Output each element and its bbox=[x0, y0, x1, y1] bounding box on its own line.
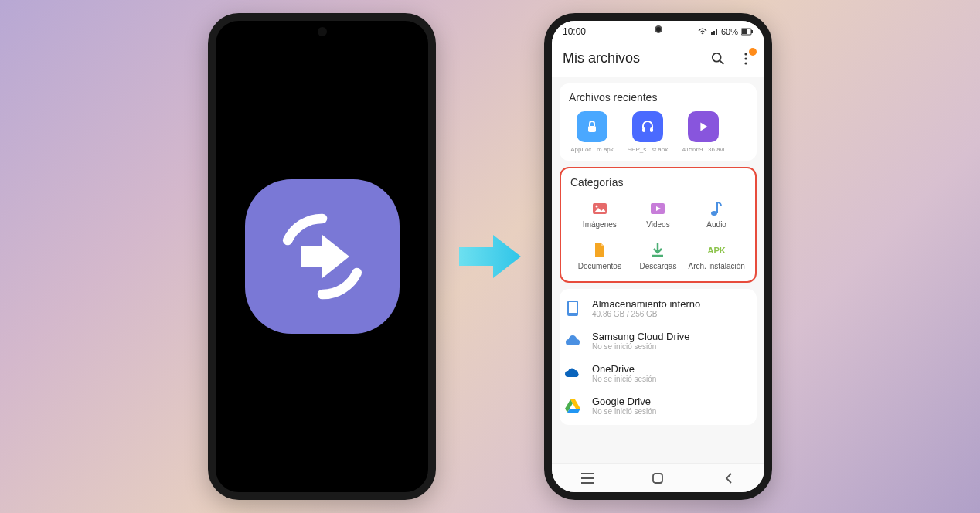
phone-storage-icon bbox=[566, 300, 580, 317]
navigation-bar bbox=[552, 463, 764, 492]
back-icon bbox=[724, 472, 733, 484]
transfer-arrow-icon bbox=[268, 202, 376, 311]
samsung-cloud-icon bbox=[564, 335, 581, 347]
phone-right-mockup: 10:00 60% Mis archivos bbox=[544, 13, 772, 500]
search-button[interactable] bbox=[710, 51, 726, 66]
svg-rect-12 bbox=[642, 127, 645, 132]
svg-rect-11 bbox=[588, 126, 596, 132]
image-icon bbox=[592, 202, 607, 215]
app-bar: Mis archivos bbox=[552, 42, 764, 77]
storage-onedrive[interactable]: OneDrive No se inició sesión bbox=[560, 357, 757, 389]
recent-title: Archivos recientes bbox=[569, 91, 747, 104]
storage-subtitle: No se inició sesión bbox=[592, 375, 656, 383]
svg-rect-0 bbox=[301, 246, 325, 267]
play-icon bbox=[696, 120, 710, 134]
storage-internal[interactable]: Almacenamiento interno 40.86 GB / 256 GB bbox=[560, 292, 757, 324]
svg-line-7 bbox=[720, 60, 724, 64]
storage-subtitle: 40.86 GB / 256 GB bbox=[592, 310, 700, 318]
category-label: Videos bbox=[646, 220, 669, 229]
category-label: Arch. instalación bbox=[688, 262, 744, 270]
svg-rect-5 bbox=[751, 30, 753, 33]
category-label: Documentos bbox=[578, 262, 621, 270]
category-label: Imágenes bbox=[583, 220, 617, 229]
wifi-icon bbox=[698, 28, 707, 36]
svg-rect-31 bbox=[653, 474, 662, 483]
svg-marker-27 bbox=[567, 409, 580, 413]
recent-file-label: SEP_s...st.apk bbox=[624, 146, 671, 153]
svg-point-16 bbox=[595, 206, 597, 208]
notification-badge bbox=[749, 48, 757, 56]
apk-text-icon: APK bbox=[708, 246, 726, 255]
svg-point-10 bbox=[744, 62, 747, 64]
nav-back-button[interactable] bbox=[713, 471, 744, 486]
onedrive-icon bbox=[564, 368, 581, 379]
svg-rect-20 bbox=[716, 202, 718, 213]
svg-marker-2 bbox=[459, 235, 521, 278]
category-videos[interactable]: Videos bbox=[629, 196, 688, 232]
svg-point-8 bbox=[744, 53, 747, 55]
storage-title: OneDrive bbox=[592, 363, 656, 375]
recent-apps-icon bbox=[580, 473, 594, 484]
svg-point-19 bbox=[711, 211, 717, 216]
category-images[interactable]: Imágenes bbox=[570, 196, 629, 232]
category-apk[interactable]: APK Arch. instalación bbox=[687, 238, 746, 273]
signal-icon bbox=[710, 28, 718, 36]
recent-file-item[interactable]: AppLoc...m.apk bbox=[569, 111, 615, 153]
categories-section: Categorías Imágenes Videos Audio bbox=[560, 167, 757, 283]
battery-text: 60% bbox=[721, 27, 738, 36]
camera-notch bbox=[318, 27, 327, 36]
svg-marker-14 bbox=[700, 123, 707, 131]
google-drive-icon bbox=[565, 399, 580, 413]
status-indicators: 60% bbox=[698, 27, 754, 36]
camera-notch bbox=[655, 25, 662, 33]
nav-recent-button[interactable] bbox=[572, 471, 603, 486]
lock-icon bbox=[584, 119, 600, 134]
svg-rect-13 bbox=[650, 127, 653, 132]
category-audio[interactable]: Audio bbox=[687, 196, 746, 232]
main-content: Archivos recientes AppLoc...m.apk SEP_s.… bbox=[552, 77, 764, 463]
storage-subtitle: No se inició sesión bbox=[592, 342, 689, 351]
category-label: Audio bbox=[706, 220, 726, 229]
svg-point-6 bbox=[713, 53, 721, 61]
svg-rect-4 bbox=[742, 29, 747, 34]
storage-title: Almacenamiento interno bbox=[592, 298, 700, 310]
headphones-icon bbox=[640, 119, 655, 134]
search-icon bbox=[711, 52, 725, 66]
svg-point-9 bbox=[744, 57, 747, 59]
app-title: Mis archivos bbox=[563, 50, 640, 66]
category-documents[interactable]: Documentos bbox=[570, 238, 629, 273]
categories-title: Categorías bbox=[570, 176, 746, 189]
recent-file-label: 415669...36.avi bbox=[680, 146, 726, 153]
quickshare-app-icon bbox=[245, 179, 400, 334]
svg-rect-24 bbox=[569, 302, 577, 313]
document-icon bbox=[594, 243, 606, 258]
recent-files-section: Archivos recientes AppLoc...m.apk SEP_s.… bbox=[560, 83, 757, 161]
home-icon bbox=[652, 472, 664, 484]
storage-samsung-cloud[interactable]: Samsung Cloud Drive No se inició sesión bbox=[560, 324, 757, 357]
download-icon bbox=[651, 243, 665, 258]
storage-google-drive[interactable]: Google Drive No se inició sesión bbox=[560, 389, 757, 422]
more-options-button[interactable] bbox=[738, 51, 754, 66]
kebab-icon bbox=[744, 53, 747, 65]
recent-file-item[interactable]: 415669...36.avi bbox=[680, 111, 726, 153]
storage-section: Almacenamiento interno 40.86 GB / 256 GB… bbox=[560, 289, 757, 425]
phone-left-mockup bbox=[208, 13, 436, 500]
category-label: Descargas bbox=[640, 262, 677, 270]
storage-title: Samsung Cloud Drive bbox=[592, 331, 689, 342]
storage-title: Google Drive bbox=[592, 396, 656, 407]
recent-file-item[interactable]: SEP_s...st.apk bbox=[624, 111, 671, 153]
status-time: 10:00 bbox=[563, 26, 586, 37]
music-note-icon bbox=[710, 201, 723, 216]
video-icon bbox=[650, 202, 665, 215]
recent-file-label: AppLoc...m.apk bbox=[569, 146, 615, 153]
storage-subtitle: No se inició sesión bbox=[592, 407, 656, 416]
nav-home-button[interactable] bbox=[642, 471, 673, 486]
svg-marker-1 bbox=[322, 235, 349, 278]
arrow-right-icon bbox=[459, 229, 521, 284]
category-downloads[interactable]: Descargas bbox=[629, 238, 688, 273]
battery-icon bbox=[741, 28, 754, 36]
